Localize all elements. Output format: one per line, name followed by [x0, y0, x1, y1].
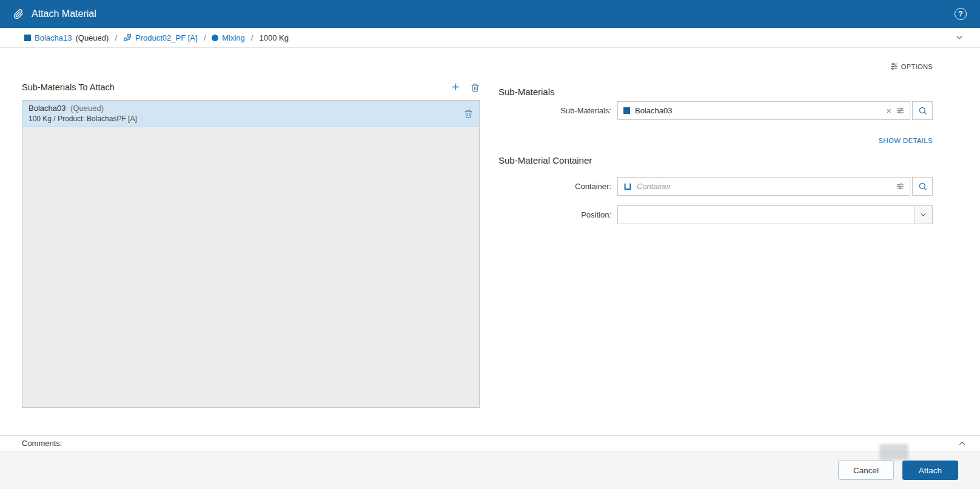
sub-materials-to-attach-header: Sub-Materials To Attach — [22, 82, 480, 92]
clear-icon[interactable]: × — [886, 106, 891, 115]
cancel-button[interactable]: Cancel — [838, 461, 894, 480]
sub-materials-value: Bolacha03 — [635, 106, 881, 115]
page-title: Attach Material — [32, 8, 96, 19]
options-label: OPTIONS — [901, 63, 933, 70]
material-icon — [24, 35, 31, 41]
filter-sliders-icon[interactable] — [896, 182, 904, 190]
remove-sub-material-trash-icon[interactable] — [471, 83, 480, 92]
help-icon[interactable]: ? — [955, 8, 967, 20]
sub-material-container-section-title: Sub-Material Container — [498, 155, 592, 165]
comments-bar[interactable]: Comments: — [0, 435, 980, 451]
breadcrumb-separator: / — [204, 33, 206, 42]
breadcrumb-material[interactable]: Bolacha13 (Queued) — [24, 33, 109, 42]
breadcrumb-material-link[interactable]: Bolacha13 — [35, 33, 72, 42]
paperclip-icon — [13, 9, 24, 19]
list-item-name: Bolacha03 — [29, 104, 65, 113]
main-content: OPTIONS Sub-Materials To Attach Bolacha0… — [0, 48, 980, 435]
add-sub-material-icon[interactable] — [451, 82, 461, 92]
sub-materials-label: Sub-Materials: — [498, 106, 617, 115]
container-row: Container: — [498, 177, 933, 196]
screenshot-smudge — [879, 444, 908, 460]
sub-materials-search-icon[interactable] — [912, 101, 933, 120]
sub-materials-to-attach-list: Bolacha03 (Queued) 100 Kg / Product: Bol… — [22, 100, 480, 408]
sub-materials-input[interactable]: Bolacha03 × — [617, 101, 910, 120]
chevron-down-icon[interactable] — [914, 206, 932, 224]
breadcrumb-product[interactable]: Product02_PF [A] — [123, 33, 198, 42]
container-input-box[interactable] — [617, 177, 910, 196]
list-item-trash-icon[interactable] — [464, 109, 473, 118]
step-icon — [212, 35, 218, 41]
comments-expand-chevron-up-icon[interactable] — [958, 439, 967, 448]
sub-materials-row: Sub-Materials: Bolacha03 × — [498, 101, 933, 120]
filter-sliders-icon[interactable] — [896, 107, 904, 115]
sliders-icon — [890, 62, 898, 70]
breadcrumb-step-link[interactable]: Mixing — [222, 33, 245, 42]
container-label: Container: — [498, 182, 617, 191]
breadcrumb-product-link[interactable]: Product02_PF [A] — [135, 33, 198, 42]
breadcrumb-collapse-chevron-icon[interactable] — [955, 33, 964, 42]
title-bar: Attach Material ? — [0, 0, 980, 28]
breadcrumb-step[interactable]: Mixing — [212, 33, 245, 42]
sub-materials-section-title: Sub-Materials — [498, 87, 555, 97]
list-item[interactable]: Bolacha03 (Queued) 100 Kg / Product: Bol… — [22, 101, 479, 127]
list-item-text: Bolacha03 (Queued) 100 Kg / Product: Bol… — [29, 104, 464, 123]
position-label: Position: — [498, 210, 617, 219]
show-details-link[interactable]: SHOW DETAILS — [878, 137, 933, 144]
product-icon — [123, 33, 132, 42]
breadcrumb-quantity: 1000 Kg — [259, 33, 288, 42]
attach-button[interactable]: Attach — [902, 461, 958, 480]
breadcrumb-separator: / — [251, 33, 253, 42]
container-input[interactable] — [637, 182, 891, 191]
breadcrumb-separator: / — [115, 33, 117, 42]
sub-materials-to-attach-title: Sub-Materials To Attach — [22, 82, 115, 92]
container-search-icon[interactable] — [912, 177, 933, 196]
list-item-details: 100 Kg / Product: BolachasPF [A] — [29, 115, 464, 123]
comments-label: Comments: — [22, 439, 62, 448]
position-row: Position: — [498, 205, 933, 224]
container-icon — [623, 182, 632, 191]
list-item-state: (Queued) — [70, 104, 104, 113]
breadcrumb-material-state: (Queued) — [75, 33, 109, 42]
options-button[interactable]: OPTIONS — [890, 62, 933, 70]
position-value — [618, 206, 914, 224]
footer-action-bar: Cancel Attach — [0, 451, 980, 489]
material-icon — [623, 107, 630, 114]
position-select[interactable] — [617, 205, 933, 224]
breadcrumb: Bolacha13 (Queued) / Product02_PF [A] / … — [0, 28, 980, 48]
breadcrumb-quantity-text: 1000 Kg — [259, 33, 288, 42]
